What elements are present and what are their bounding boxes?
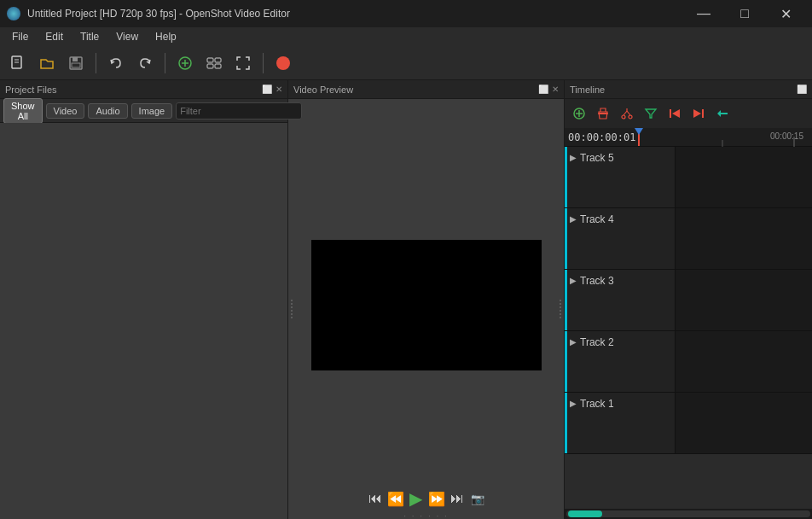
svg-marker-23 <box>672 109 680 118</box>
remove-clip-button[interactable] <box>592 102 614 125</box>
track-1-border <box>565 393 567 453</box>
track-4-name: Track 4 <box>580 213 614 225</box>
track-5-name: Track 5 <box>580 152 614 164</box>
filter-bar: Show All Video Audio Image <box>0 99 287 123</box>
screenshot-button[interactable]: 📷 <box>467 488 488 509</box>
hscroll-track <box>566 510 810 517</box>
video-preview-title: Video Preview <box>293 85 353 95</box>
save-button[interactable] <box>63 50 89 76</box>
svg-rect-10 <box>215 58 221 62</box>
svg-point-17 <box>622 115 625 119</box>
jump-end-button[interactable]: ⏭ <box>447 488 467 509</box>
svg-rect-4 <box>72 57 78 61</box>
menu-file[interactable]: File <box>3 29 37 44</box>
rewind-button[interactable]: ⏪ <box>386 488 406 509</box>
close-button[interactable]: ✕ <box>766 0 805 27</box>
filter-video[interactable]: Video <box>46 103 85 119</box>
panel-resize-icon[interactable]: ⬜ <box>262 85 272 94</box>
filter-audio[interactable]: Audio <box>88 103 127 119</box>
timeline-title: Timeline <box>570 85 605 95</box>
hscroll-thumb[interactable] <box>568 510 602 517</box>
preview-area <box>295 99 557 485</box>
track-5-arrow: ▶ <box>570 153 577 162</box>
track-4-arrow: ▶ <box>570 214 577 224</box>
play-button[interactable]: ▶ <box>406 488 426 509</box>
bottom-resize-dots[interactable]: · · · · · · <box>295 512 557 519</box>
preview-resize-icon[interactable]: ⬜ <box>538 85 548 94</box>
app-icon <box>7 7 20 20</box>
filter-show-all[interactable]: Show All <box>3 98 43 124</box>
timeline-hscroll[interactable] <box>565 509 812 519</box>
toolbar-separator-2 <box>165 53 165 73</box>
svg-rect-12 <box>215 64 221 68</box>
track-5-content[interactable] <box>676 147 812 207</box>
preview-wrapper: ⏮ ⏪ ▶ ⏩ ⏭ 📷 · · · · · · <box>295 99 557 519</box>
track-4-row: ▶ Track 4 <box>565 208 812 270</box>
project-files-panel: Project Files ⬜ ✕ Show All Video Audio I… <box>0 80 288 519</box>
preview-inner: ⏮ ⏪ ▶ ⏩ ⏭ 📷 · · · · · · <box>288 99 564 519</box>
import-button[interactable] <box>172 50 198 76</box>
svg-rect-9 <box>207 58 213 62</box>
track-5-border <box>565 147 567 207</box>
menu-view[interactable]: View <box>107 29 147 44</box>
titlebar-left: Untitled Project [HD 720p 30 fps] - Open… <box>7 7 290 20</box>
titlebar-controls: — □ ✕ <box>684 0 805 27</box>
preview-panel-icons: ⬜ ✕ <box>538 85 559 94</box>
timeline-toolbar <box>565 99 812 128</box>
svg-rect-11 <box>207 64 213 68</box>
undo-button[interactable] <box>103 50 129 76</box>
track-3-row: ▶ Track 3 <box>565 270 812 331</box>
open-button[interactable] <box>34 50 60 76</box>
track-1-header: ▶ Track 1 <box>565 393 676 453</box>
svg-point-18 <box>629 115 632 119</box>
track-5-row: ▶ Track 5 <box>565 147 812 208</box>
track-3-content[interactable] <box>676 270 812 330</box>
add-track-button[interactable] <box>568 102 590 125</box>
filter-button[interactable] <box>640 102 662 125</box>
fast-forward-button[interactable]: ⏩ <box>426 488 447 509</box>
menu-help[interactable]: Help <box>147 29 185 44</box>
panel-close-icon[interactable]: ✕ <box>276 85 282 94</box>
track-2-content[interactable] <box>676 331 812 392</box>
export-button[interactable] <box>270 50 296 76</box>
track-2-arrow: ▶ <box>570 337 577 347</box>
project-files-title: Project Files <box>5 85 57 95</box>
track-1-content[interactable] <box>676 393 812 453</box>
cut-button[interactable] <box>616 102 638 125</box>
timeline-resize-icon[interactable]: ⬜ <box>797 85 807 94</box>
track-3-name: Track 3 <box>580 275 614 287</box>
timeline-header: Timeline ⬜ <box>565 80 812 99</box>
minimize-button[interactable]: — <box>684 0 723 27</box>
track-3-header: ▶ Track 3 <box>565 270 676 330</box>
jump-end-tl-button[interactable] <box>687 102 710 125</box>
left-resize-handle[interactable] <box>288 99 295 519</box>
track-1-name: Track 1 <box>580 398 614 410</box>
track-2-row: ▶ Track 2 <box>565 331 812 393</box>
thumbnails-button[interactable] <box>201 50 227 76</box>
track-4-content[interactable] <box>676 208 812 269</box>
track-2-name: Track 2 <box>580 336 614 348</box>
timeline-panel: Timeline ⬜ <box>565 80 812 519</box>
toolbar-separator-3 <box>263 53 264 73</box>
jump-start-tl-button[interactable] <box>664 102 686 125</box>
filter-input[interactable] <box>176 102 302 120</box>
preview-close-icon[interactable]: ✕ <box>552 85 559 94</box>
track-5-header: ▶ Track 5 <box>565 147 676 207</box>
jump-start-button[interactable]: ⏮ <box>365 488 386 509</box>
window-title: Untitled Project [HD 720p 30 fps] - Open… <box>27 8 290 20</box>
right-resize-handle[interactable] <box>557 99 564 519</box>
menubar: File Edit Title View Help <box>0 27 812 46</box>
redo-button[interactable] <box>132 50 158 76</box>
maximize-button[interactable]: □ <box>725 0 764 27</box>
video-preview-header: Video Preview ⬜ ✕ <box>288 80 564 99</box>
timeline-ruler: 00:00:00:01 00:00:15 <box>565 128 812 147</box>
menu-edit[interactable]: Edit <box>37 29 72 44</box>
menu-title[interactable]: Title <box>72 29 107 44</box>
new-button[interactable] <box>5 50 31 76</box>
zoom-button[interactable] <box>711 102 734 125</box>
filter-image[interactable]: Image <box>131 103 173 119</box>
fullscreen-button[interactable] <box>230 50 256 76</box>
track-3-arrow: ▶ <box>570 276 577 285</box>
toolbar <box>0 46 812 80</box>
svg-line-20 <box>627 111 630 115</box>
